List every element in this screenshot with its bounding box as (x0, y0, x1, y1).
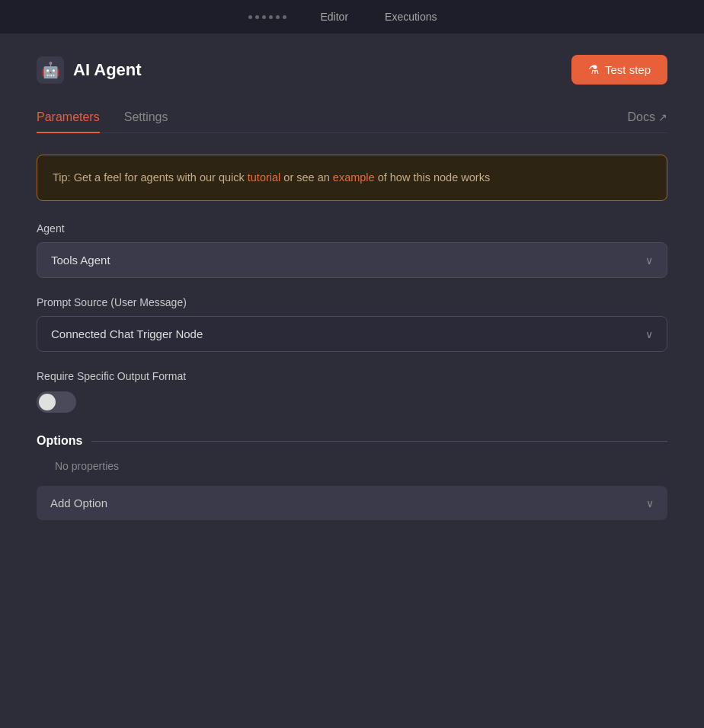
options-section: Options No properties Add Option ∨ (37, 434, 667, 520)
tip-box: Tip: Get a feel for agents with our quic… (37, 155, 667, 201)
drag-handle (248, 15, 286, 19)
tip-suffix: of how this node works (375, 171, 491, 184)
prompt-source-field-section: Prompt Source (User Message) Connected C… (37, 296, 667, 352)
no-properties-label: No properties (37, 460, 667, 472)
flask-icon: ⚗ (588, 62, 599, 77)
tab-settings[interactable]: Settings (124, 103, 168, 133)
agent-chevron-icon: ∨ (645, 254, 653, 267)
add-option-button[interactable]: Add Option ∨ (37, 486, 667, 520)
panel-header: 🤖 AI Agent ⚗ Test step (37, 55, 667, 85)
tab-parameters[interactable]: Parameters (37, 103, 100, 133)
toggle-knob (39, 394, 56, 410)
output-format-toggle[interactable] (37, 391, 76, 413)
main-panel: 🤖 AI Agent ⚗ Test step Parameters Settin… (12, 34, 692, 719)
tab-bar: Parameters Settings Docs ↗ (37, 103, 667, 133)
robot-icon: 🤖 (37, 56, 64, 84)
tip-prefix: Tip: Get a feel for agents with our quic… (53, 171, 248, 184)
prompt-source-label: Prompt Source (User Message) (37, 296, 667, 308)
divider-line (91, 441, 667, 442)
docs-label: Docs (628, 110, 655, 124)
external-link-icon: ↗ (658, 111, 667, 123)
agent-dropdown[interactable]: Tools Agent ∨ (37, 242, 667, 278)
outer-wrapper: Editor Executions 🤖 AI Agent ⚗ Test step… (0, 0, 704, 728)
tab-docs[interactable]: Docs ↗ (628, 103, 667, 133)
tutorial-link[interactable]: tutorial (248, 171, 281, 184)
page-title: AI Agent (73, 60, 142, 80)
tab-editor[interactable]: Editor (302, 5, 366, 29)
agent-label: Agent (37, 222, 667, 235)
agent-value: Tools Agent (51, 254, 110, 267)
agent-field-section: Agent Tools Agent ∨ (37, 222, 667, 278)
tab-executions[interactable]: Executions (366, 5, 455, 29)
tip-middle: or see an (280, 171, 333, 184)
test-step-label: Test step (605, 63, 651, 76)
add-option-chevron-icon: ∨ (646, 497, 654, 509)
prompt-source-chevron-icon: ∨ (645, 328, 653, 340)
prompt-source-value: Connected Chat Trigger Node (51, 327, 203, 340)
title-group: 🤖 AI Agent (37, 56, 142, 84)
output-format-label: Require Specific Output Format (37, 370, 667, 382)
options-title: Options (37, 434, 82, 448)
prompt-source-dropdown[interactable]: Connected Chat Trigger Node ∨ (37, 316, 667, 352)
test-step-button[interactable]: ⚗ Test step (571, 55, 667, 85)
options-divider: Options (37, 434, 667, 448)
example-link[interactable]: example (333, 171, 375, 184)
output-format-section: Require Specific Output Format (37, 370, 667, 413)
top-tabs: Editor Executions (302, 5, 455, 29)
add-option-label: Add Option (50, 497, 107, 509)
top-bar: Editor Executions (0, 0, 704, 34)
